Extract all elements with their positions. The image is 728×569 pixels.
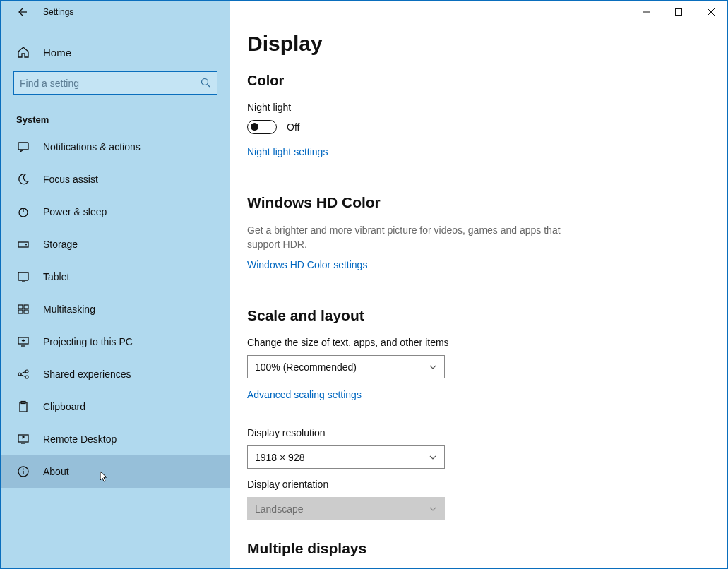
sidebar-item-shared-experiences[interactable]: Shared experiences bbox=[1, 358, 230, 390]
orientation-dropdown: Landscape bbox=[247, 497, 445, 520]
chevron-down-icon bbox=[429, 505, 437, 513]
resolution-label: Display resolution bbox=[247, 427, 710, 438]
window-controls bbox=[630, 1, 727, 23]
advanced-scaling-link[interactable]: Advanced scaling settings bbox=[247, 389, 362, 400]
search-icon bbox=[201, 78, 211, 88]
home-button[interactable]: Home bbox=[1, 28, 230, 59]
search-input[interactable] bbox=[20, 78, 201, 89]
section-heading-hdcolor: Windows HD Color bbox=[247, 194, 710, 211]
svg-rect-8 bbox=[18, 310, 23, 313]
sidebar-item-label: About bbox=[43, 466, 69, 477]
sidebar-item-label: Notifications & actions bbox=[43, 141, 141, 152]
section-scale-layout: Scale and layout Change the size of text… bbox=[247, 307, 710, 520]
sidebar-item-remote-desktop[interactable]: Remote Desktop bbox=[1, 423, 230, 455]
search-input-container[interactable] bbox=[13, 71, 217, 95]
svg-point-18 bbox=[23, 469, 24, 470]
home-icon bbox=[16, 46, 30, 59]
resolution-value: 1918 × 928 bbox=[255, 452, 304, 463]
multitasking-icon bbox=[16, 303, 30, 316]
main-content: Display Color Night light Off Night ligh… bbox=[230, 1, 727, 568]
sidebar-item-label: Projecting to this PC bbox=[43, 336, 133, 347]
sidebar-item-projecting[interactable]: Projecting to this PC bbox=[1, 325, 230, 358]
sidebar-item-clipboard[interactable]: Clipboard bbox=[1, 390, 230, 423]
svg-point-4 bbox=[25, 244, 27, 246]
home-label: Home bbox=[43, 47, 71, 59]
close-button[interactable] bbox=[695, 1, 727, 23]
section-heading-multiple-displays: Multiple displays bbox=[247, 540, 710, 557]
chevron-down-icon bbox=[429, 363, 437, 371]
svg-point-11 bbox=[18, 373, 21, 376]
info-icon bbox=[16, 465, 30, 478]
sidebar-category: System bbox=[1, 95, 230, 131]
clipboard-icon bbox=[16, 400, 30, 413]
night-light-settings-link[interactable]: Night light settings bbox=[247, 146, 328, 157]
sidebar-item-label: Focus assist bbox=[43, 174, 98, 185]
mouse-cursor-icon bbox=[97, 471, 108, 485]
power-icon bbox=[16, 205, 30, 218]
sidebar-nav: Notifications & actions Focus assist Pow… bbox=[1, 131, 230, 488]
night-light-state: Off bbox=[287, 121, 299, 133]
night-light-label: Night light bbox=[247, 102, 710, 113]
storage-icon bbox=[16, 238, 30, 251]
sidebar-item-tablet[interactable]: Tablet bbox=[1, 260, 230, 293]
svg-rect-9 bbox=[24, 310, 28, 313]
hdcolor-settings-link[interactable]: Windows HD Color settings bbox=[247, 259, 367, 270]
text-size-label: Change the size of text, apps, and other… bbox=[247, 337, 710, 348]
orientation-label: Display orientation bbox=[247, 479, 710, 490]
sidebar-item-label: Tablet bbox=[43, 271, 69, 282]
sidebar-item-label: Shared experiences bbox=[43, 369, 131, 380]
minimize-button[interactable] bbox=[630, 1, 662, 23]
section-hd-color: Windows HD Color Get a brighter and more… bbox=[247, 194, 710, 287]
section-color: Color Night light Off Night light settin… bbox=[247, 73, 710, 174]
sidebar-item-label: Multitasking bbox=[43, 304, 95, 315]
text-size-value: 100% (Recommended) bbox=[255, 361, 357, 373]
text-size-dropdown[interactable]: 100% (Recommended) bbox=[247, 355, 445, 378]
sidebar-item-label: Power & sleep bbox=[43, 206, 107, 217]
sidebar-item-power-sleep[interactable]: Power & sleep bbox=[1, 196, 230, 228]
svg-rect-1 bbox=[18, 143, 28, 150]
sidebar-item-focus-assist[interactable]: Focus assist bbox=[1, 163, 230, 196]
remote-desktop-icon bbox=[16, 433, 30, 445]
section-heading-color: Color bbox=[247, 73, 710, 89]
shared-icon bbox=[16, 368, 30, 381]
message-icon bbox=[16, 140, 30, 153]
svg-point-12 bbox=[25, 370, 28, 373]
sidebar-item-label: Clipboard bbox=[43, 401, 85, 412]
resolution-dropdown[interactable]: 1918 × 928 bbox=[247, 445, 445, 469]
svg-point-13 bbox=[25, 376, 28, 378]
page-title: Display bbox=[247, 32, 710, 56]
sidebar-item-label: Storage bbox=[43, 239, 78, 250]
window-title: Settings bbox=[43, 7, 73, 17]
svg-rect-7 bbox=[24, 305, 28, 309]
sidebar: Settings Home System Notifications & act… bbox=[1, 1, 230, 568]
svg-point-0 bbox=[202, 79, 208, 85]
chevron-down-icon bbox=[429, 453, 437, 462]
night-light-toggle[interactable] bbox=[247, 120, 277, 134]
svg-rect-6 bbox=[18, 305, 23, 309]
svg-rect-5 bbox=[18, 272, 28, 280]
svg-rect-19 bbox=[676, 9, 682, 16]
maximize-button[interactable] bbox=[662, 1, 695, 23]
projecting-icon bbox=[16, 335, 30, 348]
hdcolor-description: Get a brighter and more vibrant picture … bbox=[247, 224, 572, 251]
sidebar-item-label: Remote Desktop bbox=[43, 433, 117, 445]
sidebar-item-multitasking[interactable]: Multitasking bbox=[1, 293, 230, 325]
sidebar-item-storage[interactable]: Storage bbox=[1, 228, 230, 260]
moon-icon bbox=[16, 173, 30, 186]
back-button[interactable] bbox=[16, 6, 28, 18]
tablet-icon bbox=[16, 270, 30, 283]
section-heading-scale: Scale and layout bbox=[247, 307, 710, 324]
sidebar-item-notifications[interactable]: Notifications & actions bbox=[1, 131, 230, 163]
orientation-value: Landscape bbox=[255, 503, 304, 515]
sidebar-item-about[interactable]: About bbox=[1, 455, 230, 488]
